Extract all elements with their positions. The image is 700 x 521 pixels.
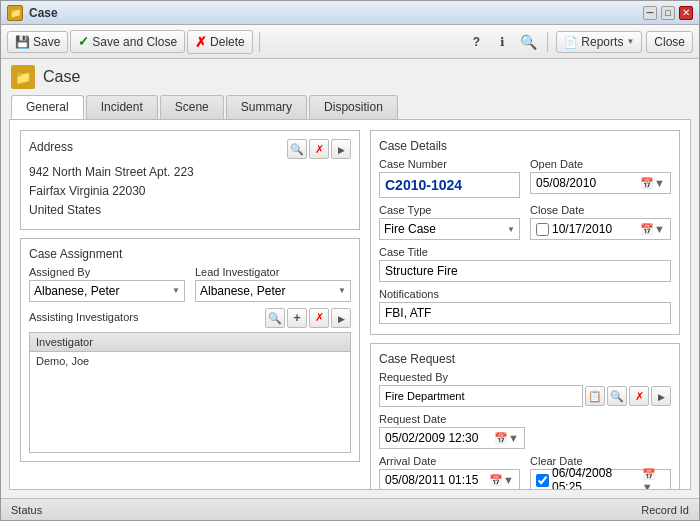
close-window-button[interactable]: ✕ — [679, 6, 693, 20]
assignment-dropdowns-row: Assigned By Albanese, Peter ▼ Lead Inves… — [29, 266, 351, 302]
case-details-label: Case Details — [379, 139, 671, 153]
tab-incident[interactable]: Incident — [86, 95, 158, 119]
lead-investigator-arrow-icon: ▼ — [338, 286, 346, 295]
close-date-checkbox[interactable] — [536, 223, 549, 236]
close-date-label: Close Date — [530, 204, 671, 216]
address-content: 942 North Main Street Apt. 223 Fairfax V… — [29, 163, 351, 221]
assigned-by-arrow-icon: ▼ — [172, 286, 180, 295]
minimize-button[interactable]: ─ — [643, 6, 657, 20]
reports-button[interactable]: Reports ▼ — [556, 31, 642, 53]
case-number-label: Case Number — [379, 158, 520, 170]
case-request-section: Case Request Requested By ✗ Request Date… — [370, 343, 680, 490]
open-date-field: Open Date 05/08/2010 📅▼ — [530, 158, 671, 198]
close-label: Close — [654, 35, 685, 49]
status-label: Status — [11, 504, 42, 516]
req-doc-button[interactable] — [585, 386, 605, 406]
help-icon[interactable] — [465, 31, 487, 53]
investigators-list: Demo, Joe — [30, 352, 350, 452]
arrival-date-cal-icon: 📅▼ — [489, 474, 514, 487]
req-search-button[interactable] — [607, 386, 627, 406]
request-date-input[interactable]: 05/02/2009 12:30 📅▼ — [379, 427, 525, 449]
inv-add-button[interactable] — [287, 308, 307, 328]
arrival-date-input[interactable]: 05/08/2011 01:15 📅▼ — [379, 469, 520, 490]
arrival-date-value: 05/08/2011 01:15 — [385, 473, 478, 487]
open-date-label: Open Date — [530, 158, 671, 170]
address-section: Address ✗ 942 North Main Street Apt. 223… — [20, 130, 360, 230]
case-title-field: Case Title — [379, 246, 671, 282]
clear-date-checkbox[interactable] — [536, 474, 549, 487]
toolbar: Save Save and Close Delete 🔍 Reports ▼ C… — [1, 25, 699, 59]
delete-icon — [195, 34, 207, 50]
inv-nav-button[interactable] — [331, 308, 351, 328]
requested-by-input[interactable] — [379, 385, 583, 407]
address-header: Address ✗ — [29, 139, 351, 159]
title-bar: 📁 Case ─ □ ✕ — [1, 1, 699, 25]
table-row: Demo, Joe — [30, 352, 350, 370]
req-clear-button[interactable]: ✗ — [629, 386, 649, 406]
clear-date-input[interactable]: 06/04/2008 05:25 📅▼ — [530, 469, 671, 490]
maximize-button[interactable]: □ — [661, 6, 675, 20]
req-nav-button[interactable] — [651, 386, 671, 406]
save-icon — [15, 35, 30, 49]
save-button[interactable]: Save — [7, 31, 68, 53]
request-date-cal-icon: 📅▼ — [494, 432, 519, 445]
case-type-label: Case Type — [379, 204, 520, 216]
toolbar-separator — [259, 32, 260, 52]
open-date-value: 05/08/2010 — [536, 176, 596, 190]
lead-investigator-dropdown[interactable]: Albanese, Peter ▼ — [195, 280, 351, 302]
tab-summary[interactable]: Summary — [226, 95, 307, 119]
inv-search-button[interactable] — [265, 308, 285, 328]
assigned-by-label: Assigned By — [29, 266, 185, 278]
window-icon: 📁 — [7, 5, 23, 21]
right-panel: Case Details Case Number Open Date 05/08… — [370, 130, 680, 479]
info-icon[interactable] — [491, 31, 513, 53]
status-bar: Status Record Id — [1, 498, 699, 520]
assigned-by-group: Assigned By Albanese, Peter ▼ — [29, 266, 185, 302]
address-nav-button[interactable] — [331, 139, 351, 159]
toolbar-right: 🔍 Reports ▼ Close — [465, 31, 693, 53]
case-title-input[interactable] — [379, 260, 671, 282]
reports-arrow-icon: ▼ — [626, 37, 634, 46]
requested-by-input-row: ✗ — [379, 385, 671, 407]
case-window: 📁 Case ─ □ ✕ Save Save and Close Delete … — [0, 0, 700, 521]
investigators-header: Assisting Investigators ✗ — [29, 308, 351, 328]
case-title-label: Case Title — [379, 246, 671, 258]
request-date-label: Request Date — [379, 413, 671, 425]
case-number-row: Case Number Open Date 05/08/2010 📅▼ — [379, 158, 671, 198]
close-button[interactable]: Close — [646, 31, 693, 53]
case-assignment-section: Case Assignment Assigned By Albanese, Pe… — [20, 238, 360, 462]
close-date-value: 10/17/2010 — [552, 222, 612, 236]
tab-disposition[interactable]: Disposition — [309, 95, 398, 119]
delete-button[interactable]: Delete — [187, 30, 253, 54]
case-number-input[interactable] — [379, 172, 520, 198]
notifications-input[interactable] — [379, 302, 671, 324]
close-date-input[interactable]: 10/17/2010 📅▼ — [530, 218, 671, 240]
tab-scene[interactable]: Scene — [160, 95, 224, 119]
save-label: Save — [33, 35, 60, 49]
page-icon: 📁 — [11, 65, 35, 89]
case-type-value: Fire Case — [384, 222, 436, 236]
page-title: Case — [43, 68, 80, 86]
address-search-button[interactable] — [287, 139, 307, 159]
assigned-by-dropdown[interactable]: Albanese, Peter ▼ — [29, 280, 185, 302]
investigators-section: Assisting Investigators ✗ Investigator D… — [29, 308, 351, 453]
address-buttons: ✗ — [287, 139, 351, 159]
notifications-field: Notifications — [379, 288, 671, 324]
save-close-button[interactable]: Save and Close — [70, 30, 185, 53]
open-date-input[interactable]: 05/08/2010 📅▼ — [530, 172, 671, 194]
case-details-section: Case Details Case Number Open Date 05/08… — [370, 130, 680, 335]
tab-general[interactable]: General — [11, 95, 84, 119]
address-line3: United States — [29, 201, 351, 220]
case-request-label: Case Request — [379, 352, 671, 366]
case-type-dropdown[interactable]: Fire Case ▼ — [379, 218, 520, 240]
assigned-by-value: Albanese, Peter — [34, 284, 119, 298]
address-clear-button[interactable]: ✗ — [309, 139, 329, 159]
investigators-table: Investigator Demo, Joe — [29, 332, 351, 453]
save-close-label: Save and Close — [92, 35, 177, 49]
investigator-col-header: Investigator — [30, 333, 350, 352]
search-toolbar-icon[interactable]: 🔍 — [517, 31, 539, 53]
open-date-cal-icon: 📅▼ — [640, 177, 665, 190]
clear-date-value: 06/04/2008 05:25 — [552, 466, 639, 490]
inv-remove-button[interactable]: ✗ — [309, 308, 329, 328]
lead-investigator-label: Lead Investigator — [195, 266, 351, 278]
